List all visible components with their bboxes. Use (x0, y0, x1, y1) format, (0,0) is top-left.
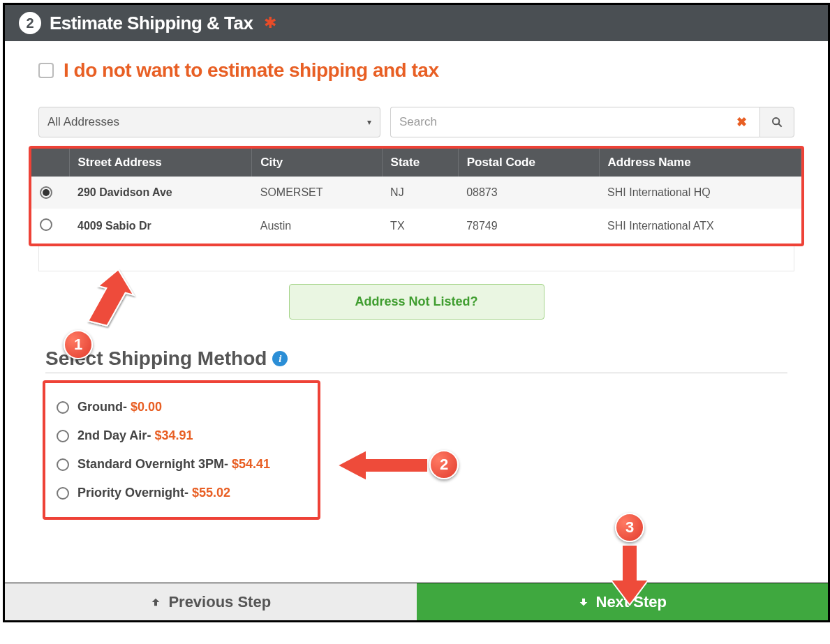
cell-state: NJ (382, 177, 458, 209)
col-street[interactable]: Street Address (69, 149, 252, 177)
address-filter-value: All Addresses (47, 115, 119, 129)
address-row[interactable]: 4009 Sabio Dr Austin TX 78749 SHI Intern… (31, 209, 801, 244)
clear-search-icon[interactable]: ✖ (732, 114, 751, 130)
info-icon[interactable]: i (272, 351, 288, 366)
panel-header: 2 Estimate Shipping & Tax ✱ (5, 5, 828, 41)
svg-line-1 (778, 123, 782, 127)
search-button[interactable] (759, 107, 794, 137)
address-radio[interactable] (40, 186, 52, 199)
arrow-up-icon (150, 597, 161, 608)
address-table: Street Address City State Postal Code Ad… (31, 149, 801, 244)
address-table-highlight: Street Address City State Postal Code Ad… (29, 146, 804, 246)
col-city[interactable]: City (252, 149, 382, 177)
next-step-button[interactable]: Next Step (417, 583, 829, 620)
address-filter-select[interactable]: All Addresses ▾ (38, 107, 380, 137)
chevron-down-icon: ▾ (367, 117, 371, 127)
previous-step-button[interactable]: Previous Step (5, 583, 417, 620)
arrow-down-icon (578, 597, 589, 608)
step-number-badge: 2 (19, 12, 41, 34)
shipping-option[interactable]: Ground- $0.00 (57, 393, 306, 421)
step-panel: 2 Estimate Shipping & Tax ✱ I do not wan… (3, 3, 830, 622)
shipping-option[interactable]: Standard Overnight 3PM- $54.41 (57, 450, 306, 479)
svg-point-0 (773, 118, 779, 124)
shipping-radio[interactable] (57, 430, 69, 442)
col-name[interactable]: Address Name (599, 149, 801, 177)
cell-name: SHI International ATX (599, 209, 801, 244)
shipping-options-highlight: Ground- $0.00 2nd Day Air- $34.91 Standa… (43, 380, 320, 520)
cell-postal: 08873 (458, 177, 599, 209)
shipping-radio[interactable] (57, 487, 69, 500)
cell-street: 4009 Sabio Dr (69, 209, 252, 244)
cell-postal: 78749 (458, 209, 599, 244)
shipping-option[interactable]: 2nd Day Air- $34.91 (57, 421, 306, 450)
address-search-input[interactable] (399, 115, 732, 129)
address-radio[interactable] (40, 218, 52, 231)
cell-street: 290 Davidson Ave (69, 177, 252, 209)
address-row[interactable]: 290 Davidson Ave SOMERSET NJ 08873 SHI I… (31, 177, 801, 209)
cell-city: SOMERSET (252, 177, 382, 209)
wizard-footer: Previous Step Next Step (5, 583, 828, 620)
shipping-method-heading: Select Shipping Method i (45, 347, 787, 373)
col-postal[interactable]: Postal Code (458, 149, 599, 177)
cell-name: SHI International HQ (599, 177, 801, 209)
shipping-radio[interactable] (57, 458, 69, 471)
col-state[interactable]: State (382, 149, 458, 177)
search-icon (771, 117, 783, 128)
col-select (31, 149, 69, 177)
skip-estimate-label: I do not want to estimate shipping and t… (64, 59, 438, 82)
address-not-listed-button[interactable]: Address Not Listed? (289, 284, 544, 320)
required-star-icon: ✱ (264, 14, 276, 32)
address-table-footer (38, 246, 794, 271)
shipping-radio[interactable] (57, 401, 69, 414)
cell-city: Austin (252, 209, 382, 244)
shipping-option[interactable]: Priority Overnight- $55.02 (57, 479, 306, 507)
panel-title: Estimate Shipping & Tax (50, 13, 253, 34)
skip-estimate-checkbox[interactable] (38, 63, 54, 78)
cell-state: TX (382, 209, 458, 244)
